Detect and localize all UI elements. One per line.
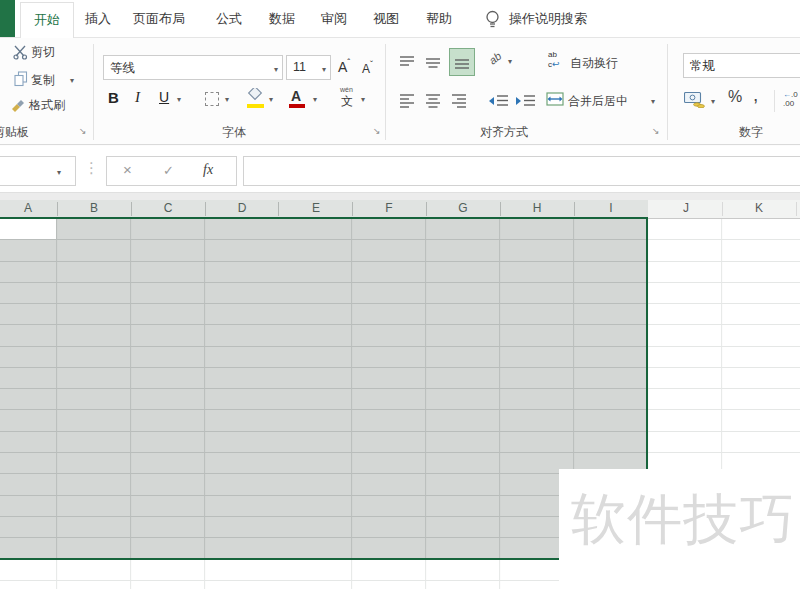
accounting-dropdown-icon[interactable]: ▾ bbox=[711, 97, 715, 107]
italic-button[interactable]: I bbox=[135, 89, 140, 106]
align-middle-button[interactable] bbox=[423, 50, 445, 76]
tab-help[interactable]: 帮助 bbox=[426, 0, 452, 37]
fill-color-icon[interactable] bbox=[247, 88, 264, 102]
header-separator bbox=[426, 202, 427, 216]
column-header-E[interactable]: E bbox=[296, 201, 336, 215]
header-separator bbox=[131, 202, 132, 216]
column-headers-unselected: J K bbox=[648, 200, 800, 219]
copy-dropdown-icon[interactable]: ▾ bbox=[70, 76, 74, 86]
column-header-K[interactable]: K bbox=[739, 201, 779, 215]
header-separator bbox=[722, 202, 723, 216]
wrap-text-icon: abc↩ bbox=[548, 50, 560, 69]
worksheet-grid[interactable]: 软件技巧 bbox=[0, 219, 800, 589]
font-size-value: 11 bbox=[293, 60, 306, 74]
font-name-dropdown-icon[interactable]: ▾ bbox=[274, 65, 278, 75]
header-separator bbox=[278, 202, 279, 216]
column-header-H[interactable]: H bbox=[517, 201, 557, 215]
orientation-dropdown-icon[interactable]: ▾ bbox=[508, 57, 512, 67]
name-box-dropdown-icon[interactable]: ▾ bbox=[57, 168, 61, 178]
column-header-F[interactable]: F bbox=[369, 201, 409, 215]
increase-decimal-icon[interactable]: ←.0.00 bbox=[783, 90, 798, 108]
borders-icon[interactable] bbox=[205, 92, 219, 106]
align-center-button[interactable] bbox=[423, 88, 445, 114]
phonetic-dropdown-icon[interactable]: ▾ bbox=[361, 95, 365, 105]
merge-center-dropdown-icon[interactable]: ▾ bbox=[651, 97, 655, 107]
copy-button[interactable]: 复制 bbox=[31, 72, 55, 89]
scissors-icon bbox=[13, 45, 28, 60]
name-box[interactable]: ▾ bbox=[0, 156, 76, 186]
active-cell[interactable] bbox=[0, 219, 57, 240]
group-separator bbox=[385, 44, 386, 140]
group-separator bbox=[93, 44, 94, 140]
borders-dropdown-icon[interactable]: ▾ bbox=[225, 95, 229, 105]
excel-window: 开始 插入 页面布局 公式 数据 审阅 视图 帮助 操作说明搜索 剪切 bbox=[0, 0, 800, 589]
column-header-G[interactable]: G bbox=[443, 201, 483, 215]
clipboard-dialog-launcher-icon[interactable]: ↘ bbox=[79, 126, 87, 136]
alignment-dialog-launcher-icon[interactable]: ↘ bbox=[652, 126, 660, 136]
tab-view[interactable]: 视图 bbox=[373, 0, 399, 37]
comma-style-button[interactable]: , bbox=[753, 84, 758, 106]
caret-up-icon: ˆ bbox=[347, 57, 350, 67]
align-bottom-button[interactable] bbox=[449, 48, 475, 76]
format-painter-icon bbox=[11, 97, 27, 113]
ribbon-tab-bar: 开始 插入 页面布局 公式 数据 审阅 视图 帮助 操作说明搜索 bbox=[0, 0, 800, 38]
column-header-B[interactable]: B bbox=[74, 201, 114, 215]
font-size-dropdown-icon[interactable]: ▾ bbox=[322, 65, 326, 75]
tab-data[interactable]: 数据 bbox=[269, 0, 295, 37]
percent-style-button[interactable]: % bbox=[728, 88, 742, 106]
column-header-D[interactable]: D bbox=[222, 201, 262, 215]
enter-icon[interactable]: ✓ bbox=[163, 163, 174, 178]
bold-button[interactable]: B bbox=[108, 89, 119, 106]
formula-input[interactable] bbox=[243, 156, 800, 186]
column-header-A[interactable]: A bbox=[8, 201, 48, 215]
cancel-icon[interactable]: × bbox=[123, 161, 132, 178]
selected-range[interactable] bbox=[0, 219, 648, 560]
insert-function-icon[interactable]: fx bbox=[203, 162, 213, 178]
formula-bar-grip-icon[interactable]: ⋮ bbox=[84, 159, 99, 177]
tab-insert[interactable]: 插入 bbox=[85, 0, 111, 37]
header-separator bbox=[500, 202, 501, 216]
orientation-icon[interactable]: ab bbox=[487, 50, 504, 67]
font-color-icon[interactable]: A bbox=[291, 88, 301, 104]
format-painter-button[interactable]: 格式刷 bbox=[29, 97, 65, 114]
font-name-combobox[interactable]: 等线 ▾ bbox=[103, 55, 283, 80]
tab-review[interactable]: 审阅 bbox=[321, 0, 347, 37]
file-tab-stub[interactable] bbox=[0, 0, 15, 37]
header-separator bbox=[57, 202, 58, 216]
align-left-button[interactable] bbox=[397, 88, 419, 114]
accounting-format-icon[interactable] bbox=[684, 91, 706, 108]
column-header-C[interactable]: C bbox=[148, 201, 188, 215]
wrap-text-button[interactable]: 自动换行 bbox=[570, 55, 618, 72]
column-headers-selected: A B C D E F G H I bbox=[0, 200, 648, 219]
underline-button[interactable]: U bbox=[159, 89, 169, 105]
header-separator bbox=[796, 202, 797, 216]
phonetic-guide-icon[interactable]: 文 bbox=[341, 93, 353, 110]
align-right-button[interactable] bbox=[449, 88, 471, 114]
font-name-value: 等线 bbox=[110, 60, 135, 77]
align-top-button[interactable] bbox=[397, 50, 419, 76]
tab-home[interactable]: 开始 bbox=[20, 2, 74, 38]
tab-page-layout[interactable]: 页面布局 bbox=[133, 0, 185, 37]
header-separator bbox=[205, 202, 206, 216]
merge-center-button[interactable]: 合并后居中 bbox=[568, 93, 628, 110]
tab-formulas[interactable]: 公式 bbox=[216, 0, 242, 37]
group-separator bbox=[667, 44, 668, 140]
number-format-combobox[interactable]: 常规 bbox=[683, 53, 800, 78]
font-dialog-launcher-icon[interactable]: ↘ bbox=[373, 126, 381, 136]
increase-indent-button[interactable] bbox=[514, 88, 538, 114]
font-color-dropdown-icon[interactable]: ▾ bbox=[313, 95, 317, 105]
column-header-I[interactable]: I bbox=[591, 201, 631, 215]
formula-buttons: × ✓ fx bbox=[106, 156, 237, 186]
decrease-indent-button[interactable] bbox=[487, 88, 511, 114]
ribbon-home: 剪切 复制 ▾ 格式刷 剪贴板 ↘ 等线 ▾ 11 ▾ Aˆ Aˇ B I U … bbox=[0, 38, 800, 146]
merge-center-icon bbox=[546, 92, 564, 107]
shrink-font-button[interactable]: Aˇ bbox=[362, 59, 373, 76]
font-size-combobox[interactable]: 11 ▾ bbox=[286, 55, 331, 80]
grow-font-button[interactable]: Aˆ bbox=[338, 57, 350, 75]
fill-color-dropdown-icon[interactable]: ▾ bbox=[269, 95, 273, 105]
column-header-J[interactable]: J bbox=[666, 201, 706, 215]
underline-dropdown-icon[interactable]: ▾ bbox=[177, 95, 181, 105]
small-separator bbox=[774, 90, 775, 112]
tell-me-search[interactable]: 操作说明搜索 bbox=[509, 0, 587, 37]
cut-button[interactable]: 剪切 bbox=[31, 44, 55, 61]
